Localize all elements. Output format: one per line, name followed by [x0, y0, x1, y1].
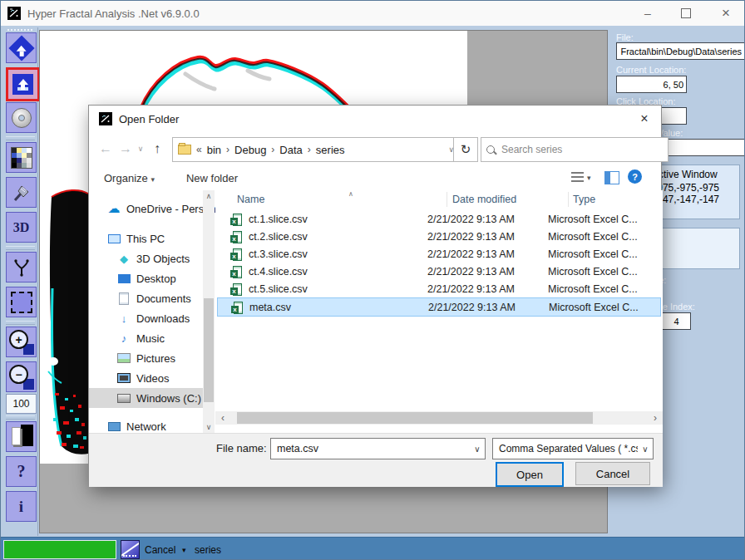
current-location-label: Current Location:	[616, 65, 686, 75]
zoom-in-icon: +	[9, 330, 28, 349]
branch-button[interactable]	[6, 252, 37, 282]
series-dropdown-arrow[interactable]: ▾	[182, 538, 186, 560]
sidebar-item-windows-c[interactable]: Windows (C:)	[89, 388, 203, 408]
app-icon	[7, 7, 21, 20]
sidebar-item-music[interactable]: ♪ Music	[89, 328, 215, 348]
title-bar: Hyper Fractal Analysis .Net v6.9.0.0 – ×	[1, 1, 745, 26]
combo-dropdown-icon[interactable]: ∨	[470, 445, 485, 454]
forward-button[interactable]: →	[116, 132, 136, 165]
refresh-button[interactable]: ↻	[453, 137, 478, 162]
column-header-type[interactable]: Type	[573, 190, 595, 209]
breadcrumb-item-series[interactable]: series	[316, 144, 345, 156]
crumb-separator-icon[interactable]: ›	[271, 144, 274, 155]
sidebar-item-pictures[interactable]: Pictures	[89, 348, 215, 368]
dialog-help-icon[interactable]: ?	[628, 169, 642, 184]
view-3d-button[interactable]: 3D	[6, 212, 37, 243]
zoom-in-button[interactable]: +	[6, 327, 37, 357]
sort-ascending-icon: ∧	[348, 190, 353, 198]
file-row[interactable]: x ct.1.slice.csv 2/21/2022 9:13 AM Micro…	[217, 210, 659, 228]
file-path-field[interactable]: Fractal\bin\Debug\Data\series	[616, 42, 745, 60]
open-button[interactable]: Open	[496, 462, 564, 487]
minimize-button[interactable]: –	[629, 1, 666, 26]
load-data-button[interactable]	[6, 67, 40, 101]
sidebar-scrollbar[interactable]: ∧ ∨	[203, 190, 215, 433]
scrollbar-thumb[interactable]	[237, 412, 593, 424]
file-row-selected[interactable]: x meta.csv 2/21/2022 9:13 AM Microsoft E…	[217, 297, 661, 317]
palette-button[interactable]	[6, 142, 37, 173]
search-icon	[486, 145, 495, 154]
sidebar-item-desktop[interactable]: Desktop	[89, 268, 215, 288]
search-input[interactable]	[500, 143, 636, 156]
select-region-button[interactable]	[6, 287, 37, 317]
contrast-button[interactable]	[6, 421, 37, 452]
breadcrumb-prefix[interactable]: «	[196, 144, 202, 155]
status-bar: Cancel ▾ series ⣠	[1, 537, 745, 560]
cancel-button[interactable]: Cancel	[575, 462, 650, 485]
active-window-title: Active Window	[652, 169, 739, 180]
sidebar-item-3d-objects[interactable]: ◆ 3D Objects	[89, 248, 215, 268]
sidebar-item-onedrive[interactable]: ☁ OneDrive - Person	[89, 199, 215, 219]
combo-dropdown-icon[interactable]: ∨	[638, 445, 653, 454]
current-location-field[interactable]: 6, 50	[616, 76, 687, 93]
close-button[interactable]: ×	[708, 1, 744, 26]
horizontal-scrollbar[interactable]: ‹ ›	[215, 411, 663, 425]
file-type-combo[interactable]: Comma Separated Values ( *.cs ∨	[492, 438, 654, 459]
network-icon	[107, 420, 121, 433]
cancel-task-button[interactable]: Cancel	[145, 538, 175, 560]
maximize-button[interactable]	[668, 1, 704, 26]
help-button[interactable]: ?	[6, 456, 37, 487]
preview-pane-icon[interactable]	[604, 171, 619, 184]
crumb-separator-icon[interactable]: ›	[226, 144, 229, 155]
zoom-level-field[interactable]: 100	[6, 394, 37, 414]
view-mode-arrow-icon[interactable]: ▾	[587, 174, 591, 182]
sidebar-item-this-pc[interactable]: This PC	[89, 228, 215, 248]
scroll-right-icon[interactable]: ›	[649, 412, 661, 424]
organize-menu[interactable]: Organize ▾	[104, 172, 155, 184]
document-icon	[117, 292, 131, 305]
breadcrumb-item-debug[interactable]: Debug	[234, 144, 266, 156]
address-bar[interactable]: « bin › Debug › Data › series ∨	[172, 137, 460, 162]
file-row[interactable]: x ct.5.slice.csv 2/21/2022 9:13 AM Micro…	[217, 280, 659, 297]
sidebar-item-downloads[interactable]: ↓ Downloads	[89, 308, 215, 328]
file-row[interactable]: x ct.4.slice.csv 2/21/2022 9:13 AM Micro…	[217, 263, 659, 280]
navigate-up-button[interactable]	[6, 32, 37, 63]
progress-bar	[3, 540, 116, 559]
dialog-command-bar: Organize ▾ New folder ▾ ?	[89, 165, 661, 191]
cube-icon: ◆	[117, 252, 131, 265]
scroll-up-icon[interactable]: ∧	[203, 190, 215, 202]
file-row[interactable]: x ct.2.slice.csv 2/21/2022 9:13 AM Micro…	[217, 228, 659, 245]
dialog-close-button[interactable]: ×	[628, 106, 661, 132]
marquee-icon	[11, 292, 32, 313]
info-button[interactable]: i	[6, 491, 37, 522]
series-dropdown[interactable]: series	[195, 538, 221, 560]
breadcrumb-item-data[interactable]: Data	[279, 144, 302, 156]
scroll-left-icon[interactable]: ‹	[217, 412, 229, 424]
slice-index-field[interactable]: 4	[662, 312, 691, 330]
recent-dropdown-icon[interactable]: ∨	[135, 132, 146, 165]
contrast-icon	[21, 425, 33, 446]
scroll-down-icon[interactable]: ∨	[203, 421, 215, 433]
file-name-combo[interactable]: meta.csv ∨	[270, 438, 486, 459]
help-icon: ?	[17, 462, 26, 481]
column-header-name[interactable]: Name	[237, 190, 264, 209]
column-header-date[interactable]: Date modified	[452, 190, 516, 209]
disc-button[interactable]	[6, 102, 37, 133]
brush-button[interactable]	[6, 177, 37, 208]
sidebar-item-network[interactable]: Network	[89, 416, 215, 433]
crumb-separator-icon[interactable]: ›	[308, 144, 311, 155]
view-mode-icon[interactable]	[571, 172, 584, 183]
file-name-label: File name:	[216, 442, 267, 454]
scrollbar-thumb[interactable]	[204, 298, 214, 402]
brush-icon	[12, 183, 32, 203]
breadcrumb-item-bin[interactable]: bin	[207, 144, 221, 156]
app-window: Hyper Fractal Analysis .Net v6.9.0.0 – ×	[0, 0, 745, 560]
sidebar-item-documents[interactable]: Documents	[89, 288, 215, 308]
back-button[interactable]: ←	[96, 132, 116, 165]
new-folder-button[interactable]: New folder	[186, 172, 238, 184]
video-icon	[117, 371, 131, 385]
zoom-out-button[interactable]: −	[6, 361, 37, 392]
up-button[interactable]: ↑	[147, 132, 167, 165]
file-row[interactable]: x ct.3.slice.csv 2/21/2022 9:13 AM Micro…	[217, 245, 659, 263]
sidebar-item-videos[interactable]: Videos	[89, 368, 215, 388]
maximize-icon	[681, 8, 691, 18]
